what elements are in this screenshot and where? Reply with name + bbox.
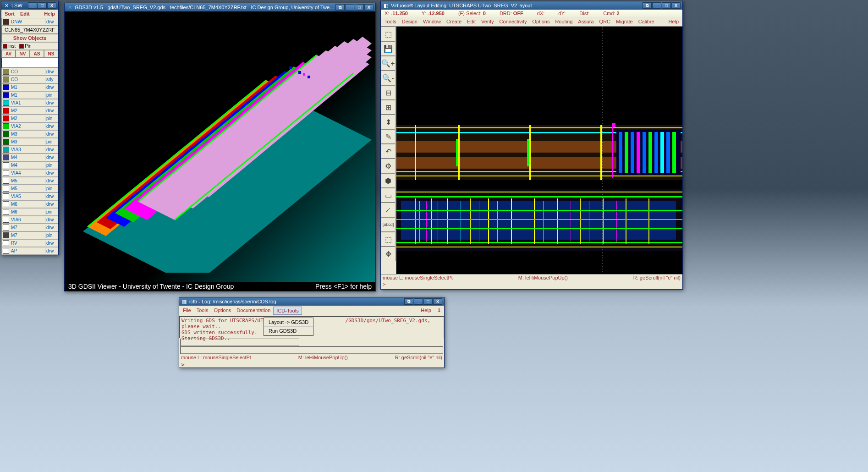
close-button[interactable]: X [364,4,374,11]
layer-row[interactable]: M4 pin [1,161,58,169]
edit-menu[interactable]: Edit [17,10,33,17]
layer-row[interactable]: AP drw [1,247,58,255]
migrate-menu[interactable]: Migrate [613,18,636,25]
tools-menu[interactable]: Tools [194,307,211,315]
maximize-button[interactable]: □ [355,4,364,11]
maximize-button[interactable]: □ [423,298,433,305]
rect-icon[interactable]: ▭ [381,188,396,203]
minimize-button[interactable]: _ [345,4,354,11]
ruler-horiz-icon[interactable]: ⊟ [381,85,396,100]
layer-row[interactable]: VIA3 drw [1,146,58,154]
maximize-button[interactable]: □ [38,2,47,9]
layer-row[interactable]: M4 drw [1,154,58,161]
filter-input[interactable] [1,58,58,68]
close-button[interactable]: X [47,2,56,9]
close-button[interactable]: X [671,2,681,9]
minimize-button[interactable]: _ [28,2,37,9]
ruler-vert-icon[interactable]: ⊞ [381,100,396,115]
move-icon[interactable]: ✥ [381,247,396,261]
layer-row[interactable]: M1 drw [1,83,58,91]
icfb-prompt[interactable]: > [179,361,444,368]
help-menu[interactable]: Help [665,18,681,25]
minimize-button[interactable]: _ [652,2,661,9]
assura-menu[interactable]: Assura [575,18,596,25]
restore-button[interactable]: ⧉ [335,4,345,11]
layer-row[interactable]: VIA4 drw [1,169,58,177]
layer-row[interactable]: CO sdy [1,76,58,83]
layer-name: VIA4 [10,170,45,176]
instance-icon[interactable]: ⬢ [381,173,396,188]
layer-row[interactable]: M3 pin [1,138,58,146]
pin-checkbox[interactable]: Pin [19,44,31,49]
icfb-titlebar[interactable]: ▦ icfb - Log: /misc/icenas/soerm/CDS.log… [179,297,444,306]
virtuoso-prompt[interactable]: > [381,281,682,288]
layer-row[interactable]: VIA5 drw [1,192,58,200]
run-gds3d-item[interactable]: Run GDS3D [264,327,313,335]
undo-icon[interactable]: ↶ [381,144,396,159]
options-menu[interactable]: Options [530,18,553,25]
layer-row[interactable]: VIA6 drw [1,216,58,224]
icdtools-menu[interactable]: ICD-Tools [273,307,302,315]
as-button[interactable]: AS [30,50,44,58]
layer-row[interactable]: RV drw [1,239,58,247]
window-menu[interactable]: Window [420,18,444,25]
calibre-menu[interactable]: Calibre [636,18,657,25]
layer-row[interactable]: M7 drw [1,224,58,231]
properties-icon[interactable]: ⚙ [381,159,396,173]
layer-row[interactable]: M5 pin [1,185,58,192]
layout-gds3d-item[interactable]: Layout -> GDS3D [264,318,313,327]
layer-row[interactable]: VIA2 drw [1,122,58,130]
design-menu[interactable]: Design [399,18,420,25]
edit-menu[interactable]: Edit [464,18,478,25]
show-objects-button[interactable]: Show Objects [1,34,58,42]
command-input[interactable] [180,346,443,354]
layer-row[interactable]: M2 pin [1,115,58,122]
label-icon[interactable]: [abcd] [381,217,396,232]
layer-row[interactable]: M6 pin [1,208,58,216]
selected-layer[interactable]: DNW drw [1,18,58,26]
connectivity-menu[interactable]: Connectivity [497,18,530,25]
layer-row[interactable]: M2 drw [1,107,58,115]
layout-view[interactable] [396,27,682,274]
tools-menu[interactable]: Tools [382,18,399,25]
layer-row[interactable]: M5 drw [1,177,58,185]
inst-checkbox[interactable]: Inst [3,44,16,49]
select-icon[interactable]: ⬚ [381,232,396,247]
layer-row[interactable]: M1 pin [1,91,58,99]
save-icon[interactable]: 💾 [381,41,396,56]
gds3d-titlebar[interactable]: ✕ GDS3D v1.5 - gds/UTwo_SREG_V2.gds - te… [65,3,375,11]
minimize-button[interactable]: _ [414,298,423,305]
zoom-in-icon[interactable]: 🔍+ [381,56,396,71]
zoom-out-icon[interactable]: 🔍- [381,71,396,85]
layer-swatch [3,100,9,106]
close-button[interactable]: X [433,298,442,305]
layer-row[interactable]: M6 drw [1,200,58,208]
path-icon[interactable]: ⟋ [381,203,396,217]
routing-menu[interactable]: Routing [552,18,575,25]
gds3d-viewport[interactable] [65,11,375,282]
file-menu[interactable]: File [180,307,194,315]
layer-row[interactable]: M3 drw [1,130,58,138]
options-menu[interactable]: Options [211,307,234,315]
help-menu[interactable]: Help [41,10,58,17]
layer-row[interactable]: M7 pin [1,231,58,239]
layer-row[interactable]: VIA1 drw [1,99,58,107]
stretch-icon[interactable]: ⬍ [381,115,396,129]
create-menu[interactable]: Create [444,18,464,25]
restore-button[interactable]: ⧉ [643,2,652,9]
verify-menu[interactable]: Verify [478,18,497,25]
nv-button[interactable]: NV [16,50,30,58]
maximize-button[interactable]: □ [662,2,671,9]
fit-icon[interactable]: ⬚ [381,27,396,41]
restore-button[interactable]: ⧉ [404,298,413,305]
help-menu[interactable]: Help [418,307,434,315]
av-button[interactable]: AV [1,50,16,58]
edit-icon[interactable]: ✎ [381,129,396,144]
qrc-menu[interactable]: QRC [597,18,613,25]
documentation-menu[interactable]: Documentation [234,307,273,315]
virtuoso-titlebar[interactable]: ◧ Virtuoso® Layout Editing: UTSCRAPS UTw… [381,1,682,10]
lsw-titlebar[interactable]: ✕ LSW _ □ X [1,1,58,10]
ns-button[interactable]: NS [44,50,58,58]
layer-row[interactable]: CO drw [1,68,58,76]
sort-menu[interactable]: Sort [2,10,17,17]
